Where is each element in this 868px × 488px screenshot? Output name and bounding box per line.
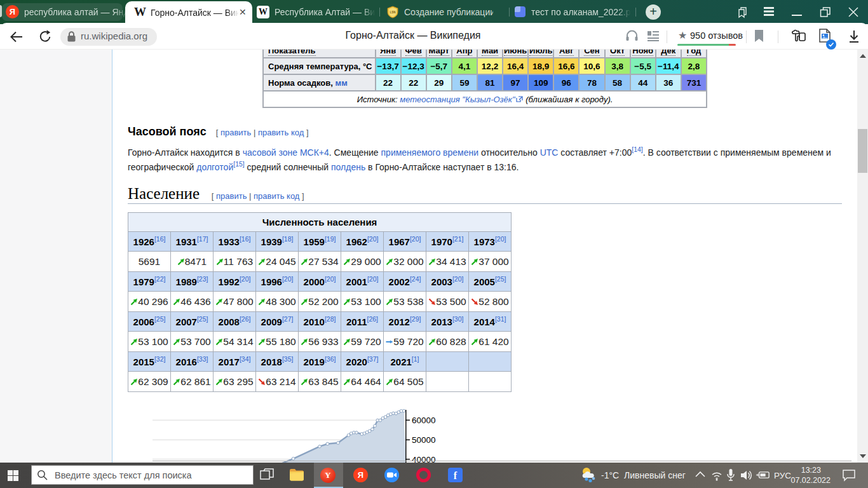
svg-text:LSN: LSN <box>390 11 396 14</box>
svg-text:60000: 60000 <box>412 416 436 425</box>
svg-text:40000: 40000 <box>412 455 436 463</box>
svg-text:50000: 50000 <box>412 435 436 445</box>
